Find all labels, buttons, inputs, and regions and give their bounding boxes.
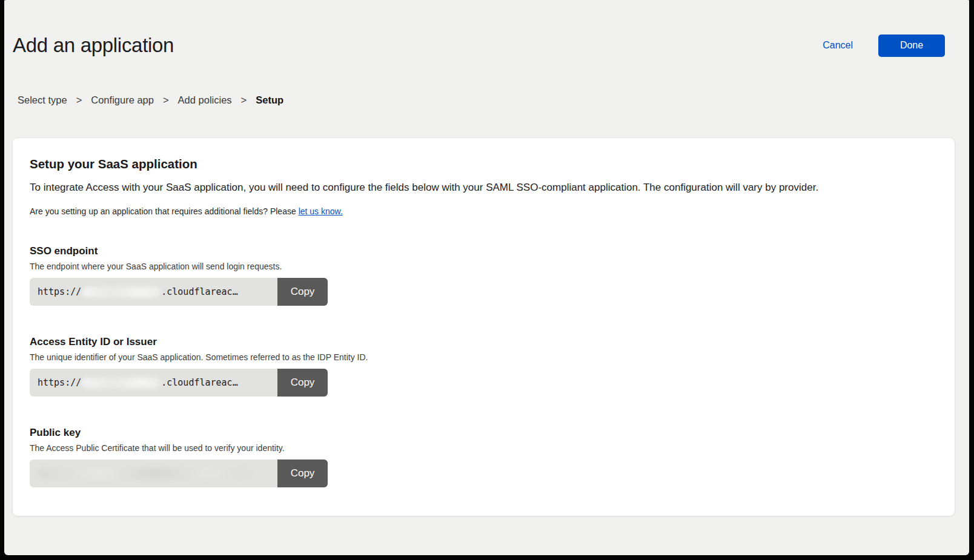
copy-button-entity-id[interactable]: Copy	[277, 369, 328, 397]
field-label: Public key	[30, 427, 938, 439]
breadcrumb-separator: >	[76, 94, 82, 106]
field-label: Access Entity ID or Issuer	[30, 336, 938, 348]
copy-button-public-key[interactable]: Copy	[277, 460, 328, 487]
redacted-value-segment	[82, 287, 161, 297]
field-section-entity-id: Access Entity ID or Issuer The unique id…	[30, 336, 938, 397]
sso-endpoint-value: https:// .cloudflareac…	[30, 278, 277, 306]
let-us-know-link[interactable]: let us know.	[299, 206, 343, 216]
breadcrumb: Select type > Configure app > Add polici…	[4, 94, 969, 106]
card-heading: Setup your SaaS application	[30, 157, 938, 171]
value-suffix: .cloudflareac…	[161, 286, 237, 297]
value-prefix: https://	[38, 377, 81, 388]
field-description: The endpoint where your SaaS application…	[30, 262, 938, 271]
field-section-public-key: Public key The Access Public Certificate…	[30, 427, 938, 487]
breadcrumb-item-configure-app[interactable]: Configure app	[91, 94, 154, 106]
breadcrumb-item-setup: Setup	[256, 94, 283, 106]
header-actions: Cancel Done	[823, 35, 945, 57]
redacted-value-full	[38, 468, 250, 479]
page-header: Add an application Cancel Done	[4, 0, 969, 57]
screenshot-frame: { "colors": { "accent_blue": "#0051c3", …	[0, 0, 974, 560]
field-value-row: https:// .cloudflareac… Copy	[30, 369, 328, 397]
field-label: SSO endpoint	[30, 245, 938, 257]
page: Add an application Cancel Done Select ty…	[4, 0, 969, 555]
value-prefix: https://	[38, 286, 81, 297]
card-note-text: Are you setting up an application that r…	[30, 206, 299, 216]
breadcrumb-separator: >	[163, 94, 169, 106]
field-description: The unique identifier of your SaaS appli…	[30, 352, 938, 362]
card-intro-text: To integrate Access with your SaaS appli…	[30, 180, 938, 195]
cancel-button[interactable]: Cancel	[823, 40, 853, 51]
page-title: Add an application	[13, 34, 174, 57]
field-section-sso-endpoint: SSO endpoint The endpoint where your Saa…	[30, 245, 938, 306]
copy-button-sso-endpoint[interactable]: Copy	[277, 278, 328, 306]
breadcrumb-item-add-policies[interactable]: Add policies	[178, 94, 232, 106]
field-value-row: https:// .cloudflareac… Copy	[30, 278, 328, 306]
card-note: Are you setting up an application that r…	[30, 206, 938, 216]
entity-id-value: https:// .cloudflareac…	[30, 369, 277, 397]
value-suffix: .cloudflareac…	[161, 377, 237, 388]
breadcrumb-separator: >	[241, 94, 247, 106]
field-value-row: Copy	[30, 460, 328, 487]
done-button[interactable]: Done	[878, 35, 945, 57]
breadcrumb-item-select-type[interactable]: Select type	[18, 94, 67, 106]
field-description: The Access Public Certificate that will …	[30, 443, 938, 453]
redacted-value-segment	[82, 378, 161, 388]
public-key-value	[30, 460, 277, 487]
setup-card: Setup your SaaS application To integrate…	[12, 137, 955, 516]
